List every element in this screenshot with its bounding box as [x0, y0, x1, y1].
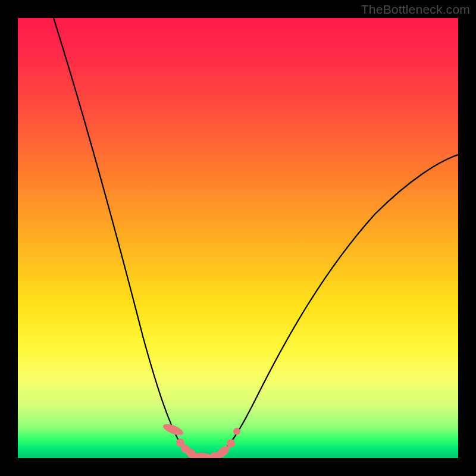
watermark-text: TheBottleneck.com: [361, 2, 470, 17]
curves-layer: [18, 18, 458, 458]
chart-frame: TheBottleneck.com: [0, 0, 476, 476]
plot-area: [18, 18, 458, 458]
left-curve: [54, 18, 194, 457]
markers-group: [162, 422, 240, 458]
marker: [227, 439, 235, 447]
marker: [162, 422, 185, 437]
marker: [233, 428, 240, 435]
right-curve: [214, 155, 458, 457]
